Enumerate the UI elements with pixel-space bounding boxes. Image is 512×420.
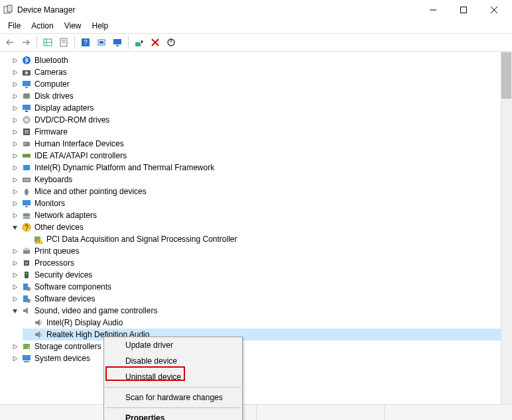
tree-item-label: Other devices xyxy=(34,223,89,232)
help-button[interactable]: ? xyxy=(78,35,93,50)
chevron-right-icon[interactable] xyxy=(11,187,19,195)
tree-category[interactable]: Print queues xyxy=(11,245,512,257)
tree-category[interactable]: Software devices xyxy=(11,293,512,305)
tree-item-label: PCI Data Acquisition and Signal Processi… xyxy=(46,235,242,244)
tree-category[interactable]: Software components xyxy=(11,281,512,293)
tree-category[interactable]: Intel(R) Dynamic Platform and Thermal Fr… xyxy=(11,162,512,174)
svg-point-28 xyxy=(28,97,29,98)
chevron-right-icon[interactable] xyxy=(11,152,19,160)
intel-icon xyxy=(21,162,32,173)
tree-category[interactable]: Firmware xyxy=(11,126,512,138)
chevron-right-icon[interactable] xyxy=(11,247,19,255)
back-button[interactable] xyxy=(3,35,17,50)
tree-category[interactable]: Computer xyxy=(11,78,512,90)
tree-category[interactable]: Storage controllers xyxy=(11,341,512,352)
tree-category[interactable]: Network adapters xyxy=(11,209,512,221)
tree-category[interactable]: DVD/CD-ROM drives xyxy=(11,114,512,126)
menu-help[interactable]: Help xyxy=(87,20,114,33)
firmware-icon xyxy=(21,127,32,137)
chevron-right-icon[interactable] xyxy=(11,259,19,267)
chevron-right-icon[interactable] xyxy=(11,92,19,100)
chevron-right-icon[interactable] xyxy=(11,56,19,64)
uninstall-button[interactable] xyxy=(148,35,162,50)
monitor-button[interactable] xyxy=(110,35,125,50)
tree-category[interactable]: Cameras xyxy=(11,66,512,78)
tree-item-label: Keyboards xyxy=(34,175,78,184)
chevron-right-icon[interactable] xyxy=(11,116,19,124)
tree-category[interactable]: Disk drives xyxy=(11,90,512,102)
tree-category[interactable]: Display adapters xyxy=(11,102,512,114)
svg-point-43 xyxy=(25,189,29,195)
chevron-right-icon[interactable] xyxy=(11,199,19,207)
toolbar: ? xyxy=(0,33,512,52)
menubar: File Action View Help xyxy=(0,20,512,33)
computer-icon xyxy=(21,79,32,89)
tree-category[interactable]: Human Interface Devices xyxy=(11,138,512,150)
tree-category[interactable]: Sound, video and game controllers xyxy=(11,305,512,317)
chevron-right-icon[interactable] xyxy=(11,271,19,279)
window-title: Device Manager xyxy=(17,5,418,15)
svg-text:!: ! xyxy=(38,239,40,244)
disable-button[interactable] xyxy=(164,35,178,50)
statusbar xyxy=(0,404,512,420)
chevron-down-icon[interactable] xyxy=(11,307,19,315)
svg-rect-65 xyxy=(24,361,29,362)
tree-item-label: Computer xyxy=(34,79,75,89)
tree-category[interactable]: Keyboards xyxy=(11,174,512,185)
svg-rect-40 xyxy=(23,178,31,182)
tree-category[interactable]: ?Other devices xyxy=(11,221,512,233)
tree-item-label: Disk drives xyxy=(34,91,79,101)
svg-point-32 xyxy=(26,119,28,121)
chevron-right-icon[interactable] xyxy=(11,140,19,148)
svg-rect-25 xyxy=(23,81,31,86)
tree-category[interactable]: Security devices xyxy=(11,269,512,281)
forward-button[interactable] xyxy=(19,35,33,50)
menu-file[interactable]: File xyxy=(3,20,26,33)
maximize-button[interactable] xyxy=(448,0,479,20)
tree-item-label: System devices xyxy=(34,354,96,363)
menu-view[interactable]: View xyxy=(59,20,87,33)
tree-leaf[interactable]: Realtek High Definition Audio xyxy=(23,329,512,341)
chevron-right-icon[interactable] xyxy=(11,164,19,172)
chevron-right-icon[interactable] xyxy=(11,104,19,112)
update-driver-button[interactable] xyxy=(132,35,147,50)
context-update-driver[interactable]: Update driver xyxy=(104,337,242,353)
chevron-right-icon[interactable] xyxy=(11,354,19,362)
chevron-right-icon[interactable] xyxy=(11,176,19,184)
tree-leaf[interactable]: Intel(R) Display Audio xyxy=(23,317,512,329)
properties-button[interactable] xyxy=(56,35,71,50)
context-scan-hardware[interactable]: Scan for hardware changes xyxy=(104,390,242,405)
chevron-right-icon[interactable] xyxy=(11,283,19,291)
tree-category[interactable]: IDE ATA/ATAPI controllers xyxy=(11,150,512,162)
menu-action[interactable]: Action xyxy=(26,20,58,33)
context-properties[interactable]: Properties xyxy=(104,410,242,420)
chevron-right-icon[interactable] xyxy=(11,68,19,76)
tree-category[interactable]: Mice and other pointing devices xyxy=(11,185,512,197)
tree-category[interactable]: Bluetooth xyxy=(11,54,512,66)
svg-rect-18 xyxy=(135,42,141,46)
show-hide-tree-button[interactable] xyxy=(40,35,55,50)
chevron-right-icon[interactable] xyxy=(11,211,19,219)
close-button[interactable] xyxy=(479,0,509,20)
scrollbar[interactable] xyxy=(501,52,512,404)
svg-rect-55 xyxy=(25,262,28,264)
tree-leaf[interactable]: !PCI Data Acquisition and Signal Process… xyxy=(23,233,512,245)
chevron-right-icon[interactable] xyxy=(11,295,19,303)
chevron-right-icon[interactable] xyxy=(11,80,19,88)
minimize-button[interactable] xyxy=(418,0,448,20)
chevron-right-icon[interactable] xyxy=(11,128,19,136)
svg-rect-15 xyxy=(99,41,103,44)
warn-device-icon: ! xyxy=(33,234,44,244)
tree-category[interactable]: Processors xyxy=(11,257,512,269)
context-uninstall-device[interactable]: Uninstall device xyxy=(104,369,242,385)
tree-category[interactable]: System devices xyxy=(11,352,512,364)
tree-category[interactable]: Monitors xyxy=(11,197,512,209)
chevron-down-icon[interactable] xyxy=(11,223,19,231)
svg-rect-35 xyxy=(23,142,30,146)
context-disable-device[interactable]: Disable device xyxy=(104,353,242,369)
speaker-icon xyxy=(33,329,44,340)
tree-item-label: IDE ATA/ATAPI controllers xyxy=(34,151,132,160)
chevron-right-icon xyxy=(23,331,31,339)
scan-button[interactable] xyxy=(94,35,109,50)
chevron-right-icon[interactable] xyxy=(11,342,19,350)
